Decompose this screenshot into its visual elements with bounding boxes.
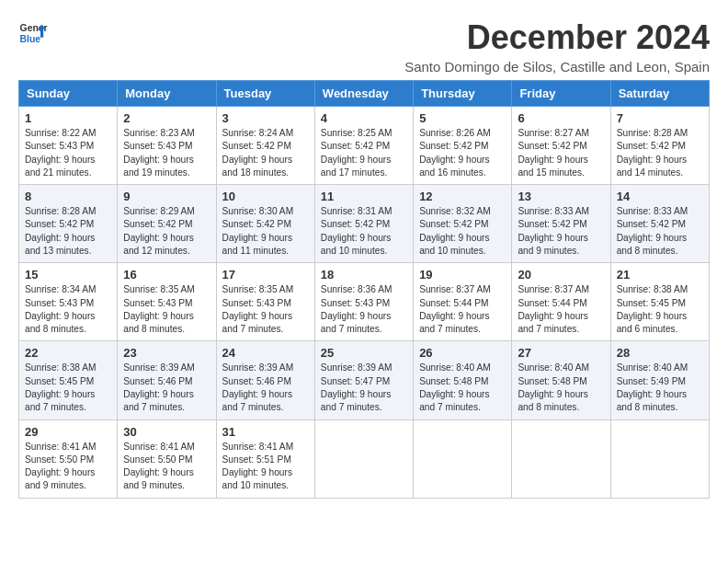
day-number: 27: [518, 346, 604, 360]
title-area: December 2024 Santo Domingo de Silos, Ca…: [404, 18, 710, 75]
day-number: 20: [518, 268, 604, 282]
calendar-cell: [512, 419, 610, 498]
calendar-table: SundayMondayTuesdayWednesdayThursdayFrid…: [18, 80, 710, 499]
calendar-cell: 30Sunrise: 8:41 AM Sunset: 5:50 PM Dayli…: [118, 419, 216, 498]
calendar-cell: 17Sunrise: 8:35 AM Sunset: 5:43 PM Dayli…: [216, 263, 314, 341]
day-info: Sunrise: 8:31 AM Sunset: 5:42 PM Dayligh…: [321, 205, 407, 258]
calendar-cell: [414, 419, 512, 498]
calendar-week-row: 15Sunrise: 8:34 AM Sunset: 5:43 PM Dayli…: [19, 263, 710, 341]
day-number: 1: [25, 111, 111, 125]
day-info: Sunrise: 8:25 AM Sunset: 5:42 PM Dayligh…: [321, 127, 407, 179]
day-number: 14: [617, 190, 703, 203]
day-info: Sunrise: 8:35 AM Sunset: 5:43 PM Dayligh…: [123, 283, 210, 336]
calendar-cell: 9Sunrise: 8:29 AM Sunset: 5:42 PM Daylig…: [118, 185, 216, 263]
calendar-week-row: 29Sunrise: 8:41 AM Sunset: 5:50 PM Dayli…: [19, 419, 710, 498]
day-info: Sunrise: 8:36 AM Sunset: 5:43 PM Dayligh…: [321, 283, 407, 336]
calendar-week-row: 1Sunrise: 8:22 AM Sunset: 5:43 PM Daylig…: [19, 107, 710, 185]
day-number: 30: [123, 425, 210, 439]
calendar-cell: 16Sunrise: 8:35 AM Sunset: 5:43 PM Dayli…: [118, 263, 216, 341]
calendar-cell: 1Sunrise: 8:22 AM Sunset: 5:43 PM Daylig…: [19, 107, 118, 185]
day-number: 21: [617, 268, 703, 282]
calendar-header-row: SundayMondayTuesdayWednesdayThursdayFrid…: [19, 81, 710, 107]
calendar-cell: 6Sunrise: 8:27 AM Sunset: 5:42 PM Daylig…: [512, 107, 610, 185]
day-number: 25: [321, 346, 407, 360]
calendar-week-row: 8Sunrise: 8:28 AM Sunset: 5:42 PM Daylig…: [19, 185, 710, 263]
calendar-week-row: 22Sunrise: 8:38 AM Sunset: 5:45 PM Dayli…: [19, 341, 710, 419]
day-info: Sunrise: 8:22 AM Sunset: 5:43 PM Dayligh…: [25, 127, 111, 179]
day-info: Sunrise: 8:40 AM Sunset: 5:48 PM Dayligh…: [518, 362, 604, 414]
day-info: Sunrise: 8:40 AM Sunset: 5:49 PM Dayligh…: [617, 362, 703, 414]
weekday-header-monday: Monday: [118, 81, 216, 107]
logo: General Blue: [18, 18, 48, 48]
day-info: Sunrise: 8:30 AM Sunset: 5:42 PM Dayligh…: [222, 205, 309, 258]
calendar-cell: 19Sunrise: 8:37 AM Sunset: 5:44 PM Dayli…: [414, 263, 512, 341]
day-number: 26: [419, 346, 506, 360]
weekday-header-thursday: Thursday: [414, 81, 512, 107]
calendar-cell: 29Sunrise: 8:41 AM Sunset: 5:50 PM Dayli…: [19, 419, 118, 498]
calendar-cell: 22Sunrise: 8:38 AM Sunset: 5:45 PM Dayli…: [19, 341, 118, 419]
calendar-cell: 3Sunrise: 8:24 AM Sunset: 5:42 PM Daylig…: [216, 107, 314, 185]
svg-text:Blue: Blue: [20, 34, 41, 44]
weekday-header-tuesday: Tuesday: [216, 81, 314, 107]
calendar-cell: 24Sunrise: 8:39 AM Sunset: 5:46 PM Dayli…: [216, 341, 314, 419]
weekday-header-saturday: Saturday: [610, 81, 709, 107]
calendar-cell: 15Sunrise: 8:34 AM Sunset: 5:43 PM Dayli…: [19, 263, 118, 341]
calendar-cell: 4Sunrise: 8:25 AM Sunset: 5:42 PM Daylig…: [314, 107, 413, 185]
day-info: Sunrise: 8:28 AM Sunset: 5:42 PM Dayligh…: [617, 127, 703, 179]
day-info: Sunrise: 8:35 AM Sunset: 5:43 PM Dayligh…: [222, 283, 309, 336]
day-info: Sunrise: 8:41 AM Sunset: 5:51 PM Dayligh…: [222, 441, 309, 493]
calendar-cell: 25Sunrise: 8:39 AM Sunset: 5:47 PM Dayli…: [314, 341, 413, 419]
day-number: 4: [321, 111, 407, 125]
calendar-cell: 7Sunrise: 8:28 AM Sunset: 5:42 PM Daylig…: [610, 107, 709, 185]
day-number: 19: [419, 268, 506, 282]
calendar-cell: 23Sunrise: 8:39 AM Sunset: 5:46 PM Dayli…: [118, 341, 216, 419]
calendar-cell: 20Sunrise: 8:37 AM Sunset: 5:44 PM Dayli…: [512, 263, 610, 341]
day-number: 3: [222, 111, 309, 125]
day-number: 18: [321, 268, 407, 282]
day-number: 28: [617, 346, 703, 360]
calendar-cell: 8Sunrise: 8:28 AM Sunset: 5:42 PM Daylig…: [19, 185, 118, 263]
calendar-cell: 28Sunrise: 8:40 AM Sunset: 5:49 PM Dayli…: [610, 341, 709, 419]
day-info: Sunrise: 8:24 AM Sunset: 5:42 PM Dayligh…: [222, 127, 309, 179]
calendar-cell: 14Sunrise: 8:33 AM Sunset: 5:42 PM Dayli…: [610, 185, 709, 263]
day-number: 29: [25, 425, 111, 439]
calendar-cell: 18Sunrise: 8:36 AM Sunset: 5:43 PM Dayli…: [314, 263, 413, 341]
day-info: Sunrise: 8:38 AM Sunset: 5:45 PM Dayligh…: [617, 283, 703, 336]
day-number: 10: [222, 190, 309, 203]
day-number: 13: [518, 190, 604, 203]
day-info: Sunrise: 8:34 AM Sunset: 5:43 PM Dayligh…: [25, 283, 111, 336]
day-number: 24: [222, 346, 309, 360]
month-title: December 2024: [404, 18, 710, 57]
day-info: Sunrise: 8:33 AM Sunset: 5:42 PM Dayligh…: [617, 205, 703, 258]
header: General Blue December 2024 Santo Domingo…: [18, 18, 710, 75]
calendar-cell: 11Sunrise: 8:31 AM Sunset: 5:42 PM Dayli…: [314, 185, 413, 263]
calendar-cell: [610, 419, 709, 498]
day-number: 8: [25, 190, 111, 203]
subtitle: Santo Domingo de Silos, Castille and Leo…: [404, 59, 710, 75]
day-info: Sunrise: 8:28 AM Sunset: 5:42 PM Dayligh…: [25, 205, 111, 258]
day-info: Sunrise: 8:33 AM Sunset: 5:42 PM Dayligh…: [518, 205, 604, 258]
calendar-cell: [314, 419, 413, 498]
day-number: 23: [123, 346, 210, 360]
day-info: Sunrise: 8:39 AM Sunset: 5:46 PM Dayligh…: [123, 362, 210, 414]
calendar-cell: 5Sunrise: 8:26 AM Sunset: 5:42 PM Daylig…: [414, 107, 512, 185]
weekday-header-wednesday: Wednesday: [314, 81, 413, 107]
day-number: 22: [25, 346, 111, 360]
calendar-cell: 2Sunrise: 8:23 AM Sunset: 5:43 PM Daylig…: [118, 107, 216, 185]
weekday-header-sunday: Sunday: [19, 81, 118, 107]
day-number: 7: [617, 111, 703, 125]
day-info: Sunrise: 8:26 AM Sunset: 5:42 PM Dayligh…: [419, 127, 506, 179]
day-info: Sunrise: 8:40 AM Sunset: 5:48 PM Dayligh…: [419, 362, 506, 414]
day-info: Sunrise: 8:23 AM Sunset: 5:43 PM Dayligh…: [123, 127, 210, 179]
calendar-cell: 12Sunrise: 8:32 AM Sunset: 5:42 PM Dayli…: [414, 185, 512, 263]
day-info: Sunrise: 8:27 AM Sunset: 5:42 PM Dayligh…: [518, 127, 604, 179]
day-info: Sunrise: 8:32 AM Sunset: 5:42 PM Dayligh…: [419, 205, 506, 258]
day-info: Sunrise: 8:39 AM Sunset: 5:46 PM Dayligh…: [222, 362, 309, 414]
day-number: 5: [419, 111, 506, 125]
day-info: Sunrise: 8:41 AM Sunset: 5:50 PM Dayligh…: [25, 441, 111, 493]
calendar-cell: 13Sunrise: 8:33 AM Sunset: 5:42 PM Dayli…: [512, 185, 610, 263]
day-info: Sunrise: 8:37 AM Sunset: 5:44 PM Dayligh…: [518, 283, 604, 336]
day-number: 15: [25, 268, 111, 282]
day-number: 17: [222, 268, 309, 282]
calendar-cell: 31Sunrise: 8:41 AM Sunset: 5:51 PM Dayli…: [216, 419, 314, 498]
